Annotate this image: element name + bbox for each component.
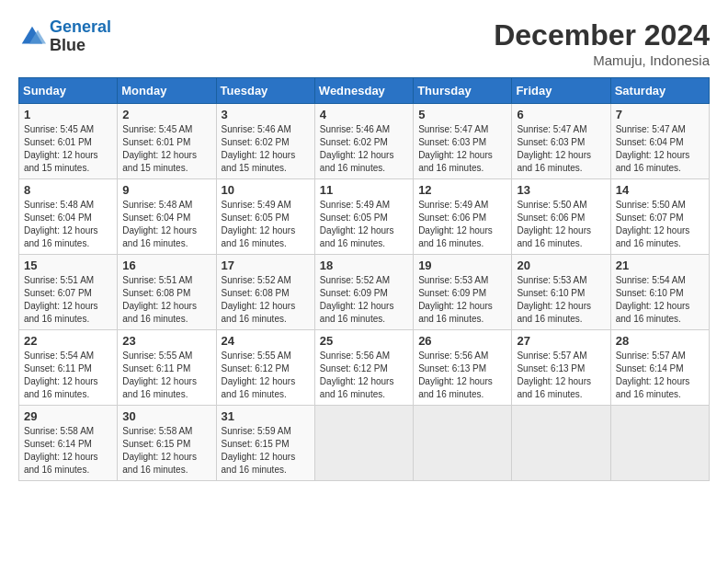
day-info: Sunrise: 5:49 AMSunset: 6:05 PMDaylight:… — [320, 199, 408, 250]
calendar-day-cell: 9Sunrise: 5:48 AMSunset: 6:04 PMDaylight… — [118, 179, 216, 255]
day-info: Sunrise: 5:56 AMSunset: 6:12 PMDaylight:… — [320, 350, 408, 401]
month-title: December 2024 — [494, 18, 710, 52]
calendar-day-cell: 16Sunrise: 5:51 AMSunset: 6:08 PMDayligh… — [118, 255, 216, 330]
day-number: 1 — [24, 108, 112, 121]
calendar-body: 1Sunrise: 5:45 AMSunset: 6:01 PMDaylight… — [19, 104, 710, 481]
day-info: Sunrise: 5:52 AMSunset: 6:09 PMDaylight:… — [320, 274, 408, 326]
day-info: Sunrise: 5:48 AMSunset: 6:04 PMDaylight:… — [122, 199, 210, 250]
calendar-day-cell: 19Sunrise: 5:53 AMSunset: 6:09 PMDayligh… — [414, 255, 512, 330]
calendar-day-cell: 7Sunrise: 5:47 AMSunset: 6:04 PMDaylight… — [610, 104, 709, 179]
day-info: Sunrise: 5:52 AMSunset: 6:08 PMDaylight:… — [222, 274, 310, 326]
day-info: Sunrise: 5:54 AMSunset: 6:10 PMDaylight:… — [616, 274, 704, 326]
day-number: 29 — [24, 409, 112, 423]
day-number: 16 — [122, 259, 210, 272]
day-info: Sunrise: 5:45 AMSunset: 6:01 PMDaylight:… — [24, 123, 112, 175]
calendar-day-cell: 20Sunrise: 5:53 AMSunset: 6:10 PMDayligh… — [512, 255, 610, 330]
col-friday: Friday — [512, 78, 610, 104]
day-number: 23 — [122, 334, 210, 348]
col-saturday: Saturday — [610, 78, 709, 104]
calendar-day-cell: 12Sunrise: 5:49 AMSunset: 6:06 PMDayligh… — [414, 179, 512, 255]
day-number: 13 — [517, 183, 605, 197]
calendar-day-cell: 30Sunrise: 5:58 AMSunset: 6:15 PMDayligh… — [118, 406, 216, 481]
calendar-day-cell: 28Sunrise: 5:57 AMSunset: 6:14 PMDayligh… — [610, 330, 709, 406]
calendar-day-cell: 27Sunrise: 5:57 AMSunset: 6:13 PMDayligh… — [512, 330, 610, 406]
calendar-day-cell: 1Sunrise: 5:45 AMSunset: 6:01 PMDaylight… — [19, 104, 118, 179]
logo: General Blue — [18, 18, 111, 55]
calendar-day-cell: 3Sunrise: 5:46 AMSunset: 6:02 PMDaylight… — [216, 104, 314, 179]
day-number: 21 — [616, 259, 704, 272]
page-header: General Blue December 2024 Mamuju, Indon… — [18, 18, 710, 68]
calendar-week-row: 8Sunrise: 5:48 AMSunset: 6:04 PMDaylight… — [19, 179, 710, 255]
day-number: 14 — [616, 183, 704, 197]
calendar-week-row: 29Sunrise: 5:58 AMSunset: 6:14 PMDayligh… — [19, 406, 710, 481]
calendar-day-cell: 15Sunrise: 5:51 AMSunset: 6:07 PMDayligh… — [19, 255, 118, 330]
day-info: Sunrise: 5:45 AMSunset: 6:01 PMDaylight:… — [122, 123, 210, 175]
day-info: Sunrise: 5:57 AMSunset: 6:14 PMDaylight:… — [616, 350, 704, 401]
day-info: Sunrise: 5:47 AMSunset: 6:03 PMDaylight:… — [517, 123, 605, 175]
day-info: Sunrise: 5:46 AMSunset: 6:02 PMDaylight:… — [222, 123, 310, 175]
day-number: 26 — [418, 334, 506, 348]
calendar-day-cell: 14Sunrise: 5:50 AMSunset: 6:07 PMDayligh… — [610, 179, 709, 255]
day-info: Sunrise: 5:49 AMSunset: 6:06 PMDaylight:… — [418, 199, 506, 250]
day-info: Sunrise: 5:47 AMSunset: 6:03 PMDaylight:… — [418, 123, 506, 175]
calendar-day-cell: 2Sunrise: 5:45 AMSunset: 6:01 PMDaylight… — [118, 104, 216, 179]
day-info: Sunrise: 5:48 AMSunset: 6:04 PMDaylight:… — [24, 199, 112, 250]
calendar-week-row: 15Sunrise: 5:51 AMSunset: 6:07 PMDayligh… — [19, 255, 710, 330]
calendar-day-cell: 10Sunrise: 5:49 AMSunset: 6:05 PMDayligh… — [216, 179, 314, 255]
calendar-week-row: 1Sunrise: 5:45 AMSunset: 6:01 PMDaylight… — [19, 104, 710, 179]
day-info: Sunrise: 5:53 AMSunset: 6:10 PMDaylight:… — [517, 274, 605, 326]
day-info: Sunrise: 5:51 AMSunset: 6:07 PMDaylight:… — [24, 274, 112, 326]
calendar-day-cell — [314, 406, 413, 481]
day-info: Sunrise: 5:54 AMSunset: 6:11 PMDaylight:… — [24, 350, 112, 401]
calendar-day-cell: 17Sunrise: 5:52 AMSunset: 6:08 PMDayligh… — [216, 255, 314, 330]
day-number: 22 — [24, 334, 112, 348]
calendar-day-cell: 29Sunrise: 5:58 AMSunset: 6:14 PMDayligh… — [19, 406, 118, 481]
day-number: 8 — [24, 183, 112, 197]
day-number: 10 — [222, 183, 310, 197]
day-number: 28 — [616, 334, 704, 348]
calendar-day-cell: 31Sunrise: 5:59 AMSunset: 6:15 PMDayligh… — [216, 406, 314, 481]
calendar-day-cell: 13Sunrise: 5:50 AMSunset: 6:06 PMDayligh… — [512, 179, 610, 255]
day-number: 2 — [122, 108, 210, 121]
day-number: 24 — [222, 334, 310, 348]
day-number: 9 — [122, 183, 210, 197]
calendar-day-cell — [512, 406, 610, 481]
day-info: Sunrise: 5:51 AMSunset: 6:08 PMDaylight:… — [122, 274, 210, 326]
calendar-day-cell: 5Sunrise: 5:47 AMSunset: 6:03 PMDaylight… — [414, 104, 512, 179]
col-tuesday: Tuesday — [216, 78, 314, 104]
title-block: December 2024 Mamuju, Indonesia — [494, 18, 710, 68]
day-info: Sunrise: 5:46 AMSunset: 6:02 PMDaylight:… — [320, 123, 408, 175]
calendar-day-cell: 21Sunrise: 5:54 AMSunset: 6:10 PMDayligh… — [610, 255, 709, 330]
calendar-day-cell: 25Sunrise: 5:56 AMSunset: 6:12 PMDayligh… — [314, 330, 413, 406]
calendar-day-cell: 26Sunrise: 5:56 AMSunset: 6:13 PMDayligh… — [414, 330, 512, 406]
day-info: Sunrise: 5:50 AMSunset: 6:06 PMDaylight:… — [517, 199, 605, 250]
location: Mamuju, Indonesia — [494, 52, 710, 68]
day-number: 19 — [418, 259, 506, 272]
day-number: 20 — [517, 259, 605, 272]
calendar-day-cell — [414, 406, 512, 481]
calendar-day-cell: 23Sunrise: 5:55 AMSunset: 6:11 PMDayligh… — [118, 330, 216, 406]
calendar-day-cell — [610, 406, 709, 481]
day-info: Sunrise: 5:55 AMSunset: 6:11 PMDaylight:… — [122, 350, 210, 401]
calendar-day-cell: 4Sunrise: 5:46 AMSunset: 6:02 PMDaylight… — [314, 104, 413, 179]
day-number: 11 — [320, 183, 408, 197]
calendar-day-cell: 11Sunrise: 5:49 AMSunset: 6:05 PMDayligh… — [314, 179, 413, 255]
header-row: Sunday Monday Tuesday Wednesday Thursday… — [19, 78, 710, 104]
col-sunday: Sunday — [19, 78, 118, 104]
day-info: Sunrise: 5:55 AMSunset: 6:12 PMDaylight:… — [222, 350, 310, 401]
col-wednesday: Wednesday — [314, 78, 413, 104]
calendar-header: Sunday Monday Tuesday Wednesday Thursday… — [19, 78, 710, 104]
day-info: Sunrise: 5:57 AMSunset: 6:13 PMDaylight:… — [517, 350, 605, 401]
col-thursday: Thursday — [414, 78, 512, 104]
calendar-day-cell: 6Sunrise: 5:47 AMSunset: 6:03 PMDaylight… — [512, 104, 610, 179]
day-number: 7 — [616, 108, 704, 121]
logo-text: General Blue — [50, 18, 111, 55]
calendar-day-cell: 22Sunrise: 5:54 AMSunset: 6:11 PMDayligh… — [19, 330, 118, 406]
day-number: 12 — [418, 183, 506, 197]
day-number: 15 — [24, 259, 112, 272]
day-number: 27 — [517, 334, 605, 348]
day-number: 25 — [320, 334, 408, 348]
day-number: 4 — [320, 108, 408, 121]
day-info: Sunrise: 5:53 AMSunset: 6:09 PMDaylight:… — [418, 274, 506, 326]
day-info: Sunrise: 5:50 AMSunset: 6:07 PMDaylight:… — [616, 199, 704, 250]
